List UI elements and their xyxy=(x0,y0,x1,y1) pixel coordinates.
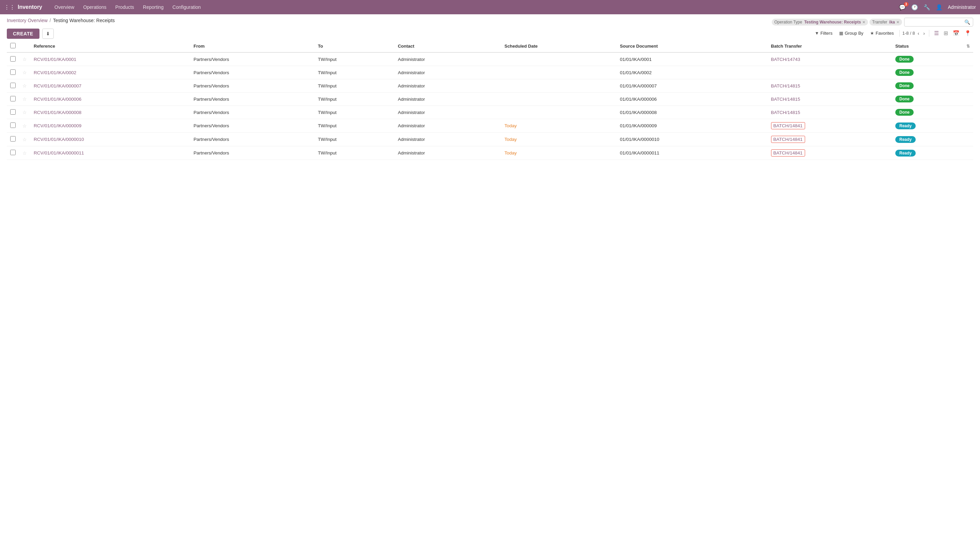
adjust-header[interactable]: ⇅ xyxy=(963,40,973,52)
scheduled-date-header[interactable]: Scheduled Date xyxy=(501,40,616,52)
status-badge-done: Done xyxy=(895,109,914,116)
records-table: Reference From To Contact Scheduled Date… xyxy=(7,40,973,160)
row-batch-transfer: BATCH/14815 xyxy=(768,106,892,119)
list-view-button[interactable]: ☰ xyxy=(932,29,941,38)
row-checkbox[interactable] xyxy=(10,109,16,115)
row-reference[interactable]: RCV/01/01/IKA/0000010 xyxy=(30,133,190,146)
row-contact: Administrator xyxy=(394,66,501,79)
header-search-row: Inventory Overview / Testing Warehouse: … xyxy=(0,14,980,40)
contact-header[interactable]: Contact xyxy=(394,40,501,52)
operation-type-remove[interactable]: ✕ xyxy=(862,20,865,24)
row-checkbox[interactable] xyxy=(10,83,16,88)
row-checkbox[interactable] xyxy=(10,150,16,155)
batch-link[interactable]: BATCH/14841 xyxy=(773,123,803,128)
download-button[interactable]: ⬇ xyxy=(42,29,54,39)
search-box[interactable]: 🔍 xyxy=(904,18,973,27)
filters-label: Filters xyxy=(820,31,832,36)
favorites-button[interactable]: ★ Favorites xyxy=(867,29,896,37)
chat-badge: 3 xyxy=(904,2,909,6)
row-to: TW/Input xyxy=(315,146,394,160)
row-source-document: 01/01/IKA/000008 xyxy=(617,106,768,119)
wrench-icon[interactable]: 🔧 xyxy=(923,4,930,11)
source-doc-header[interactable]: Source Document xyxy=(617,40,768,52)
brand-logo[interactable]: Inventory xyxy=(18,4,42,10)
row-reference[interactable]: RCV/01/01/IKA/000006 xyxy=(30,92,190,106)
batch-link[interactable]: BATCH/14841 xyxy=(773,137,803,142)
menu-item-reporting[interactable]: Reporting xyxy=(139,0,168,14)
row-scheduled-date xyxy=(501,52,616,66)
search-input[interactable] xyxy=(907,20,964,25)
row-checkbox[interactable] xyxy=(10,70,16,75)
row-batch-transfer: BATCH/14841 xyxy=(768,146,892,160)
row-checkbox-cell xyxy=(7,66,19,79)
map-view-button[interactable]: 📍 xyxy=(962,29,973,38)
row-star-icon[interactable]: ☆ xyxy=(23,123,27,129)
row-star-icon[interactable]: ☆ xyxy=(23,96,27,102)
column-adjust-icon: ⇅ xyxy=(966,44,970,48)
next-page-button[interactable]: › xyxy=(922,30,926,37)
menu-item-overview[interactable]: Overview xyxy=(50,0,78,14)
transfer-remove[interactable]: ✕ xyxy=(896,20,899,24)
row-checkbox[interactable] xyxy=(10,136,16,142)
reference-label: Reference xyxy=(34,44,55,48)
kanban-view-button[interactable]: ⊞ xyxy=(941,29,950,38)
menu-item-products[interactable]: Products xyxy=(111,0,138,14)
row-star-icon[interactable]: ☆ xyxy=(23,83,27,89)
row-checkbox[interactable] xyxy=(10,56,16,61)
from-header[interactable]: From xyxy=(190,40,315,52)
row-contact: Administrator xyxy=(394,106,501,119)
row-checkbox-cell xyxy=(7,79,19,92)
row-star-icon[interactable]: ☆ xyxy=(23,137,27,142)
prev-page-button[interactable]: ‹ xyxy=(916,30,921,37)
today-label: Today xyxy=(504,137,517,142)
reference-header[interactable]: Reference xyxy=(30,40,190,52)
menu-item-operations[interactable]: Operations xyxy=(79,0,110,14)
table-container: Reference From To Contact Scheduled Date… xyxy=(0,40,980,160)
group-by-button[interactable]: ▦ Group By xyxy=(836,29,866,37)
row-batch-transfer: BATCH/14815 xyxy=(768,92,892,106)
grid-menu-icon[interactable]: ⋮⋮ xyxy=(4,4,15,11)
pagination: 1-8 / 8 ‹ › xyxy=(903,30,926,37)
row-checkbox[interactable] xyxy=(10,123,16,128)
row-checkbox[interactable] xyxy=(10,96,16,102)
search-filter-row: Operation Type Testing Warehouse: Receip… xyxy=(772,18,973,27)
status-badge-done: Done xyxy=(895,95,914,102)
filters-button[interactable]: ▼ Filters xyxy=(812,29,835,37)
batch-link[interactable]: BATCH/14815 xyxy=(771,97,800,102)
row-star-icon[interactable]: ☆ xyxy=(23,110,27,115)
breadcrumb-parent[interactable]: Inventory Overview xyxy=(7,18,48,23)
user-menu[interactable]: Administrator xyxy=(948,5,976,10)
row-reference[interactable]: RCV/01/01/IKA/000009 xyxy=(30,119,190,133)
select-all-checkbox[interactable] xyxy=(10,43,16,48)
filter-tags: Operation Type Testing Warehouse: Receip… xyxy=(772,19,902,26)
batch-link[interactable]: BATCH/14841 xyxy=(773,150,803,155)
batch-transfer-header[interactable]: Batch Transfer xyxy=(768,40,892,52)
clock-icon[interactable]: 🕐 xyxy=(911,4,918,11)
row-star-icon[interactable]: ☆ xyxy=(23,70,27,75)
batch-link[interactable]: BATCH/14815 xyxy=(771,110,800,115)
to-header[interactable]: To xyxy=(315,40,394,52)
row-reference[interactable]: RCV/01/01/IKA/000008 xyxy=(30,106,190,119)
menu-item-configuration[interactable]: Configuration xyxy=(168,0,205,14)
calendar-view-button[interactable]: 📅 xyxy=(951,29,962,38)
to-label: To xyxy=(318,44,323,48)
row-contact: Administrator xyxy=(394,119,501,133)
row-checkbox-cell xyxy=(7,119,19,133)
row-reference[interactable]: RCV/01/01/IKA/0001 xyxy=(30,52,190,66)
row-star-icon[interactable]: ☆ xyxy=(23,150,27,156)
status-header[interactable]: Status xyxy=(892,40,963,52)
row-reference[interactable]: RCV/01/01/IKA/0000011 xyxy=(30,146,190,160)
chat-icon[interactable]: 💬 3 xyxy=(899,4,906,11)
table-row: ☆RCV/01/01/IKA/0000011Partners/VendorsTW… xyxy=(7,146,973,160)
create-button[interactable]: CREATE xyxy=(7,29,39,39)
row-reference[interactable]: RCV/01/01/IKA/0002 xyxy=(30,66,190,79)
batch-link[interactable]: BATCH/14815 xyxy=(771,83,800,89)
separator xyxy=(899,30,900,37)
favorites-label: Favorites xyxy=(875,31,894,36)
row-star-icon[interactable]: ☆ xyxy=(23,57,27,62)
row-reference[interactable]: RCV/01/01/IKA/000007 xyxy=(30,79,190,92)
batch-link[interactable]: BATCH/14743 xyxy=(771,57,800,62)
user-switch-icon[interactable]: 👤 xyxy=(936,4,943,11)
row-to: TW/Input xyxy=(315,106,394,119)
row-contact: Administrator xyxy=(394,79,501,92)
